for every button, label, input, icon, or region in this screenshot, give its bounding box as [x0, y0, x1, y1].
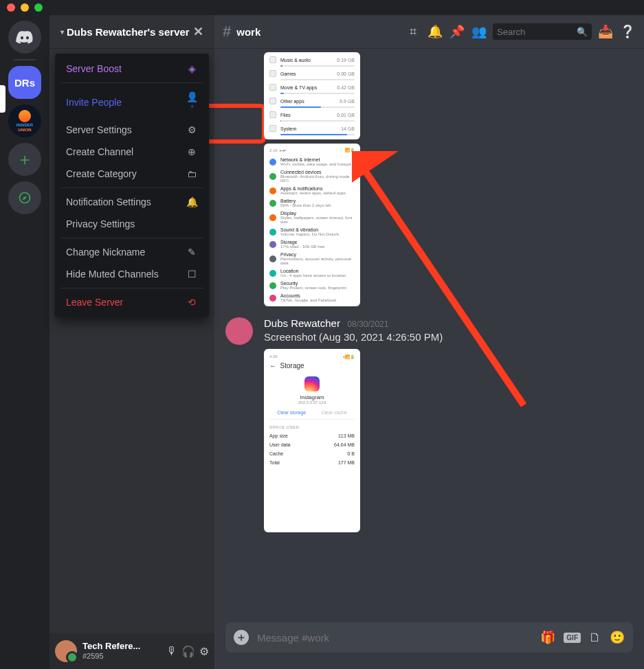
bell-icon: 🔔 — [186, 196, 198, 207]
chat-header: # work ⌗ 🔔 📌 👥 🔍 📥 ❔ — [214, 15, 644, 48]
clear-storage-tab: Clear storage — [277, 410, 306, 415]
close-icon[interactable]: ✕ — [193, 24, 203, 39]
gif-button[interactable]: GIF — [564, 633, 581, 643]
instagram-icon — [304, 376, 320, 392]
svg-line-1 — [359, 161, 524, 405]
channel-sidebar: ▾Dubs Rewatcher's server ✕ Server Boost◈… — [49, 15, 214, 669]
invite-icon: 👤⁺ — [186, 91, 198, 113]
gear-icon: ⚙ — [186, 124, 198, 135]
user-settings-icon[interactable]: ⚙ — [199, 645, 209, 658]
attachment-android-settings[interactable]: 2:19 ▸◂▾📶🔋Network & internetWi-Fi, mobil… — [264, 144, 360, 306]
message: Dubs Rewatcher 08/30/2021 Screenshot (Au… — [225, 317, 633, 345]
guild-separator — [14, 59, 36, 60]
message-list: Music & audio0.19 GBGames0.00 GBMovie & … — [214, 48, 644, 622]
maximize-window-dot[interactable] — [34, 3, 43, 12]
menu-privacy-settings[interactable]: Privacy Settings — [60, 213, 203, 235]
guild-insider[interactable]: INSIDERUNION — [8, 104, 41, 137]
members-icon[interactable]: 👥 — [471, 24, 487, 39]
emoji-icon[interactable]: 🙂 — [610, 630, 625, 645]
guild-sidebar: DRs INSIDERUNION ＋ — [0, 15, 49, 669]
message-input-bar: ＋ 🎁 GIF 🗋 🙂 — [225, 622, 633, 653]
menu-create-category[interactable]: Create Category🗀 — [60, 163, 203, 185]
message-timestamp: 08/30/2021 — [347, 319, 388, 329]
chat-area: # work ⌗ 🔔 📌 👥 🔍 📥 ❔ Music & audio0.19 G… — [214, 15, 644, 669]
attachment-storage-categories[interactable]: Music & audio0.19 GBGames0.00 GBMovie & … — [264, 52, 360, 139]
attach-button[interactable]: ＋ — [234, 630, 249, 645]
help-icon[interactable]: ❔ — [619, 24, 636, 39]
close-window-dot[interactable] — [7, 3, 15, 12]
pencil-icon: ✎ — [186, 247, 198, 258]
gift-icon[interactable]: 🎁 — [540, 630, 555, 645]
menu-hide-muted[interactable]: Hide Muted Channels☐ — [60, 263, 203, 285]
server-name: Dubs Rewatcher's server — [67, 26, 190, 38]
attachment-instagram-storage[interactable]: 4:26▾📶🔋 ← Storage Instagram 202.0.0.37.1… — [264, 349, 360, 532]
guild-active[interactable]: DRs — [8, 66, 41, 99]
menu-change-nickname[interactable]: Change Nickname✎ — [60, 241, 203, 263]
minimize-window-dot[interactable] — [21, 3, 29, 12]
folder-plus-icon: 🗀 — [186, 168, 198, 179]
message-text: Screenshot (Aug 30, 2021 4:26:50 PM) — [264, 331, 633, 343]
server-dropdown: Server Boost◈ Invite People👤⁺ Server Set… — [55, 54, 209, 317]
menu-server-settings[interactable]: Server Settings⚙ — [60, 119, 203, 141]
inbox-icon[interactable]: 📥 — [597, 24, 614, 39]
author-avatar[interactable] — [225, 317, 253, 345]
search-input[interactable] — [497, 27, 577, 37]
annotation-arrow — [352, 151, 531, 412]
checkbox-icon: ☐ — [186, 269, 198, 280]
hash-icon: # — [223, 23, 231, 41]
channel-name: work — [236, 26, 260, 38]
search-icon: 🔍 — [577, 27, 588, 37]
notifications-icon[interactable]: 🔔 — [427, 24, 443, 39]
menu-server-boost[interactable]: Server Boost◈ — [60, 58, 203, 80]
search-box[interactable]: 🔍 — [493, 23, 592, 40]
active-guild-pill — [0, 85, 5, 113]
sticker-icon[interactable]: 🗋 — [589, 631, 601, 645]
menu-create-channel[interactable]: Create Channel⊕ — [60, 141, 203, 163]
mute-mic-icon[interactable]: 🎙 — [166, 645, 177, 658]
user-panel: Tech Refere... #2595 🎙 🎧 ⚙ — [49, 633, 214, 669]
deafen-icon[interactable]: 🎧 — [181, 645, 195, 658]
clear-cache-tab: Clear cache — [321, 410, 346, 415]
pinned-icon[interactable]: 📌 — [449, 24, 465, 39]
author-name[interactable]: Dubs Rewatcher — [264, 317, 340, 329]
home-button[interactable] — [8, 21, 41, 54]
add-server-button[interactable]: ＋ — [8, 143, 41, 176]
menu-notification-settings[interactable]: Notification Settings🔔 — [60, 191, 203, 213]
self-tag: #2595 — [82, 651, 161, 661]
back-label: ← Storage — [269, 362, 355, 370]
self-avatar[interactable] — [55, 640, 77, 662]
server-header[interactable]: ▾Dubs Rewatcher's server ✕ — [49, 15, 214, 48]
boost-icon: ◈ — [186, 63, 198, 74]
message-input[interactable] — [257, 632, 532, 644]
explore-servers-button[interactable] — [8, 181, 41, 214]
window-titlebar — [0, 0, 644, 15]
threads-icon[interactable]: ⌗ — [405, 25, 421, 39]
self-username: Tech Refere... — [82, 642, 161, 651]
plus-circle-icon: ⊕ — [186, 146, 198, 157]
menu-leave-server[interactable]: Leave Server⟲ — [60, 291, 203, 313]
menu-invite-people[interactable]: Invite People👤⁺ — [60, 86, 203, 119]
leave-icon: ⟲ — [186, 297, 198, 308]
